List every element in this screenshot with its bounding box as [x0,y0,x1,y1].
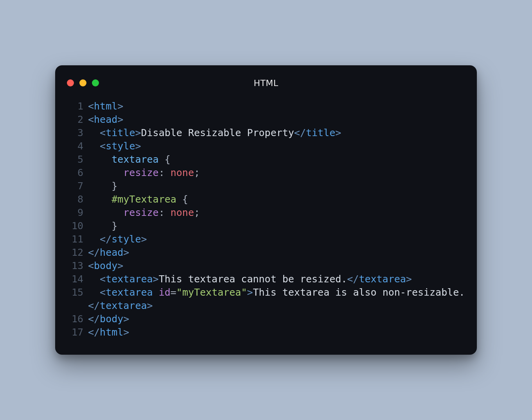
code-text[interactable]: <textarea>This textarea cannot be resize… [88,273,465,286]
code-line[interactable]: 1<html> [67,100,465,113]
line-number: 8 [67,193,88,206]
line-number: 16 [67,312,88,326]
code-text[interactable]: <head> [88,113,465,126]
line-number: 3 [67,126,88,140]
maximize-icon[interactable] [92,79,99,86]
code-text[interactable]: } [88,219,465,233]
line-number: 6 [67,166,88,179]
code-text[interactable]: <textarea id="myTextarea">This textarea … [88,286,465,312]
code-text[interactable]: </style> [88,233,465,246]
line-number: 7 [67,179,88,193]
code-line[interactable]: 12</head> [67,246,465,259]
traffic-lights [67,79,99,86]
line-number: 14 [67,273,88,286]
code-text[interactable]: </html> [88,326,465,339]
code-line[interactable]: 5 textarea { [67,153,465,166]
window-title: HTML [67,78,465,88]
close-icon[interactable] [67,79,74,86]
code-line[interactable]: 13<body> [67,259,465,273]
line-number: 15 [67,286,88,299]
code-line[interactable]: 11 </style> [67,233,465,246]
line-number: 2 [67,113,88,126]
line-number: 9 [67,206,88,219]
code-line[interactable]: 14 <textarea>This textarea cannot be res… [67,273,465,286]
code-line[interactable]: 8 #myTextarea { [67,193,465,206]
line-number: 12 [67,246,88,259]
line-number: 5 [67,153,88,166]
code-line[interactable]: 16</body> [67,312,465,326]
code-text[interactable]: resize: none; [88,206,465,219]
code-line[interactable]: 3 <title>Disable Resizable Property</tit… [67,126,465,140]
code-text[interactable]: resize: none; [88,166,465,179]
code-line[interactable]: 9 resize: none; [67,206,465,219]
line-number: 4 [67,140,88,153]
code-text[interactable]: </head> [88,246,465,259]
code-text[interactable]: #myTextarea { [88,193,465,206]
editor-window: HTML 1<html>2<head>3 <title>Disable Resi… [55,65,477,355]
code-line[interactable]: 7 } [67,179,465,193]
code-text[interactable]: <html> [88,100,465,113]
line-number: 1 [67,100,88,113]
code-text[interactable]: <style> [88,140,465,153]
code-text[interactable]: <body> [88,259,465,273]
code-text[interactable]: } [88,179,465,193]
line-number: 17 [67,326,88,339]
line-number: 11 [67,233,88,246]
line-number: 10 [67,219,88,233]
code-editor[interactable]: 1<html>2<head>3 <title>Disable Resizable… [67,100,465,339]
code-line[interactable]: 17</html> [67,326,465,339]
code-text[interactable]: textarea { [88,153,465,166]
minimize-icon[interactable] [79,79,86,86]
code-line[interactable]: 4 <style> [67,140,465,153]
line-number: 13 [67,259,88,273]
window-titlebar: HTML [67,76,465,90]
code-line[interactable]: 10 } [67,219,465,233]
code-text[interactable]: </body> [88,312,465,326]
code-line[interactable]: 2<head> [67,113,465,126]
code-line[interactable]: 6 resize: none; [67,166,465,179]
code-line[interactable]: 15 <textarea id="myTextarea">This textar… [67,286,465,312]
code-text[interactable]: <title>Disable Resizable Property</title… [88,126,465,140]
